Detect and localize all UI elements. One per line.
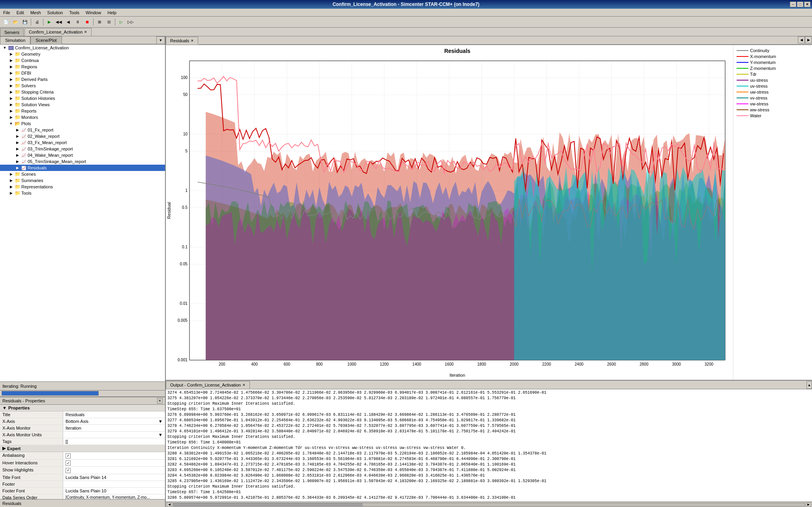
- tree-item-reports[interactable]: ▶ 📁 Reports: [0, 108, 165, 114]
- save-button[interactable]: 💾: [21, 18, 29, 26]
- tree-item-tools[interactable]: ▶ 📁 Tools: [0, 190, 165, 196]
- derived-parts-toggle[interactable]: ▶: [8, 77, 14, 81]
- plots-toggle[interactable]: ▼: [8, 122, 14, 126]
- solution-histories-toggle[interactable]: ▶: [8, 96, 14, 100]
- properties-close-button[interactable]: ✕: [157, 398, 163, 404]
- root-toggle[interactable]: ▼: [2, 46, 8, 50]
- step-back-button[interactable]: ◀◀: [54, 18, 63, 26]
- tree-item-continua[interactable]: ▶ 📁 Continua: [0, 57, 165, 64]
- highlights-checkbox[interactable]: ✓: [66, 468, 71, 473]
- tree-item-regions[interactable]: ▶ 📁 Regions: [0, 64, 165, 70]
- tree-item-wake-mean-report[interactable]: ▶ 📈 04_Wake_Mean_report: [0, 152, 165, 158]
- tree-item-dfbi[interactable]: ▶ 📁 DFBI: [0, 70, 165, 76]
- properties-section-expert[interactable]: ▶ Expert: [0, 445, 165, 452]
- tree-item-representations[interactable]: ▶ 📁 Representations: [0, 184, 165, 190]
- prop-footer-value[interactable]: [63, 481, 165, 487]
- tree-item-fx-mean-report[interactable]: ▶ 📈 03_Fx_Mean_report: [0, 139, 165, 146]
- print-button[interactable]: 🖨: [33, 18, 41, 26]
- maximize-button[interactable]: □: [797, 2, 803, 7]
- scenes-toggle[interactable]: ▶: [8, 172, 14, 176]
- menu-solution[interactable]: Solution: [44, 9, 66, 16]
- dfbi-toggle[interactable]: ▶: [8, 71, 14, 75]
- plot-nav-next-button[interactable]: ▶: [805, 36, 812, 43]
- window-controls[interactable]: ─ □ ✕: [790, 2, 810, 7]
- scroll-right-button[interactable]: ▶: [806, 502, 811, 507]
- solvers-toggle[interactable]: ▶: [8, 84, 14, 88]
- tree-item-derived-parts[interactable]: ▶ 📁 Derived Parts: [0, 76, 165, 83]
- scroll-track[interactable]: [173, 503, 805, 507]
- menu-tools[interactable]: Tools: [66, 9, 83, 16]
- residuals-toggle[interactable]: ▶: [14, 166, 21, 170]
- tree-root[interactable]: ▼ Confirm_License_Activation: [0, 45, 165, 51]
- representations-toggle[interactable]: ▶: [8, 185, 14, 189]
- tree-item-trimsinkage-report[interactable]: ▶ 📈 03_TrimSinkage_report: [0, 146, 165, 152]
- tree-item-wake-report[interactable]: ▶ 📈 02_Wake_report: [0, 133, 165, 139]
- output-text-area[interactable]: 3274 4.654513e+00 2.724845e-02 1.475666e…: [166, 389, 812, 501]
- tree-item-solution-histories[interactable]: ▶ 📁 Solution Histories: [0, 95, 165, 101]
- minimize-button[interactable]: ─: [790, 2, 796, 7]
- prop-tags-value[interactable]: []: [63, 438, 165, 445]
- scene-plot-tab[interactable]: Scene/Plot: [30, 36, 62, 44]
- simulation-tab[interactable]: Simulation: [0, 36, 30, 44]
- output-tab-close[interactable]: ✕: [242, 383, 246, 387]
- menu-mesh[interactable]: Mesh: [27, 9, 44, 16]
- tools-toggle[interactable]: ▶: [8, 191, 14, 195]
- panel-expand-button[interactable]: ▼: [156, 36, 165, 44]
- tree-item-solution-views[interactable]: ▶ 📁 Solution Views: [0, 101, 165, 108]
- solution-views-toggle[interactable]: ▶: [8, 103, 14, 107]
- tree-item-stopping-criteria[interactable]: ▶ 📁 Stopping Criteria: [0, 89, 165, 95]
- prop-xunits-value[interactable]: ▼: [63, 432, 165, 438]
- residuals-plot-tab[interactable]: Residuals ✕: [166, 37, 198, 45]
- prop-xaxis-value[interactable]: Bottom Axis ▼: [63, 418, 165, 424]
- wake-report-toggle[interactable]: ▶: [14, 134, 21, 138]
- run2-button[interactable]: ▷: [117, 18, 126, 26]
- menu-window[interactable]: Window: [83, 9, 104, 16]
- step-button[interactable]: ◀: [64, 18, 73, 26]
- prop-hover-value[interactable]: ✓: [63, 460, 165, 467]
- tree-item-geometry[interactable]: ▶ 📁 Geometry: [0, 51, 165, 57]
- continua-toggle[interactable]: ▶: [8, 58, 14, 62]
- prop-title-value[interactable]: Residuals: [63, 411, 165, 418]
- stopping-criteria-toggle[interactable]: ▶: [8, 90, 14, 94]
- main-tab[interactable]: Confirm_License_Activation ✕: [24, 28, 92, 36]
- wake-mean-report-toggle[interactable]: ▶: [14, 153, 21, 157]
- tree-item-residuals[interactable]: ▶ 📈 Residuals: [0, 165, 165, 171]
- trimsinkage-report-toggle[interactable]: ▶: [14, 147, 21, 151]
- scroll-thumb[interactable]: [173, 503, 363, 506]
- output-scroll-up-button[interactable]: ▲: [806, 381, 812, 389]
- tree-item-solvers[interactable]: ▶ 📁 Solvers: [0, 83, 165, 89]
- geometry-toggle[interactable]: ▶: [8, 52, 14, 56]
- tree-item-summaries[interactable]: ▶ 📁 Summaries: [0, 177, 165, 184]
- prop-antialiasing-value[interactable]: ✓: [63, 452, 165, 459]
- run-button[interactable]: ▶: [45, 18, 54, 26]
- tree-item-fx-report[interactable]: ▶ 📈 01_Fx_report: [0, 127, 165, 133]
- init-button[interactable]: ⊟: [105, 18, 113, 26]
- main-tab-close[interactable]: ✕: [84, 30, 87, 34]
- menu-help[interactable]: Help: [104, 9, 120, 16]
- tree-item-plots[interactable]: ▼ 📂 Plots: [0, 120, 165, 127]
- prop-xunits-dropdown-icon[interactable]: ▼: [158, 432, 163, 437]
- fx-mean-report-toggle[interactable]: ▶: [14, 141, 21, 145]
- summaries-toggle[interactable]: ▶: [8, 178, 14, 182]
- pause-button[interactable]: ⏸: [73, 18, 82, 26]
- prop-xaxis-dropdown-icon[interactable]: ▼: [158, 419, 163, 424]
- fx-report-toggle[interactable]: ▶: [14, 128, 21, 132]
- prop-highlights-value[interactable]: ✓: [63, 467, 165, 474]
- residuals-plot-tab-close[interactable]: ✕: [191, 39, 194, 43]
- plot-nav-prev-button[interactable]: ◀: [798, 36, 805, 43]
- monitors-toggle[interactable]: ▶: [8, 115, 14, 119]
- antialiasing-checkbox[interactable]: ✓: [66, 453, 71, 458]
- run-steps-button[interactable]: ▷▷: [126, 18, 135, 26]
- tree-item-trimsinkage-mean-report[interactable]: ▶ 📈 05_TrimSinkage_Mean_report: [0, 158, 165, 165]
- reports-toggle[interactable]: ▶: [8, 109, 14, 113]
- servers-tab[interactable]: Servers: [0, 28, 24, 36]
- mesh-button[interactable]: ⊞: [95, 18, 104, 26]
- prop-dataseries-value[interactable]: [Continuity, X-momentum, Y-momentum, Z-m…: [63, 494, 165, 499]
- menu-file[interactable]: File: [0, 9, 13, 16]
- output-horizontal-scrollbar[interactable]: ◀ ▶: [166, 501, 812, 507]
- tree-item-monitors[interactable]: ▶ 📁 Monitors: [0, 114, 165, 120]
- open-button[interactable]: 📂: [11, 18, 20, 26]
- trimsinkage-mean-report-toggle[interactable]: ▶: [14, 160, 21, 163]
- prop-titlefont-value[interactable]: Lucida Sans Plain 14: [63, 474, 165, 481]
- stop-button[interactable]: ⏹: [83, 18, 92, 26]
